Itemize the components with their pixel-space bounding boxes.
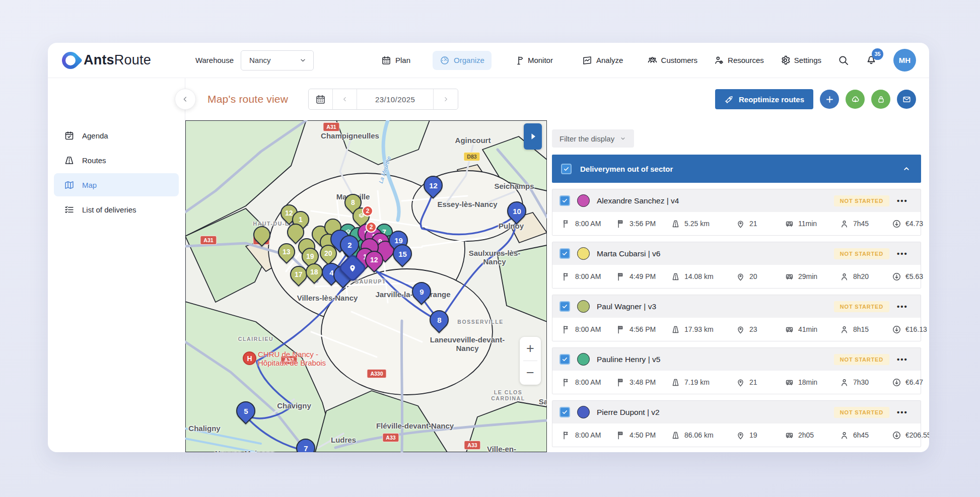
- cost-icon: [892, 431, 901, 440]
- status-badge: NOT STARTED: [834, 407, 889, 418]
- route-color-dot: [577, 353, 590, 366]
- calendar-button[interactable]: [309, 89, 333, 109]
- deliveryman-row-header: Pauline Henry | v5NOT STARTED•••: [552, 348, 921, 371]
- route-map[interactable]: ChampigneullesAgincourtSeichampsEssey-lè…: [185, 120, 547, 452]
- nav-link-resources[interactable]: Resources: [714, 55, 764, 65]
- app-window: AntsRoute Warehouse Nancy PlanOrganizeMo…: [48, 43, 929, 452]
- route-stat: €5.63: [892, 272, 923, 281]
- nav-link-settings[interactable]: Settings: [780, 55, 821, 65]
- rocket-icon: [724, 95, 734, 104]
- filter-display-dropdown[interactable]: Filter the display: [552, 129, 634, 148]
- next-day-button[interactable]: [434, 89, 458, 109]
- collapse-group-button[interactable]: [902, 164, 911, 173]
- tab-monitor[interactable]: Monitor: [507, 51, 560, 70]
- route-stat: 8:00 AM: [562, 431, 616, 440]
- notifications-bell[interactable]: 35: [865, 53, 877, 67]
- chevron-right-icon: [442, 96, 449, 103]
- row-menu-button[interactable]: •••: [889, 196, 916, 205]
- route-stat: 41min: [785, 325, 839, 334]
- zoom-out-button[interactable]: −: [520, 361, 541, 385]
- start-flag-icon: [562, 431, 571, 440]
- search-icon[interactable]: [837, 54, 849, 66]
- list-icon: [64, 204, 75, 215]
- previous-day-button[interactable]: [333, 89, 357, 109]
- route-stat: 8:00 AM: [562, 219, 616, 229]
- row-menu-button[interactable]: •••: [889, 355, 916, 364]
- route-stat: 8:00 AM: [562, 378, 616, 387]
- start-flag-icon: [562, 378, 571, 387]
- cost-icon: [892, 325, 901, 334]
- export-button[interactable]: [846, 90, 865, 109]
- tab-analyze[interactable]: Analyze: [575, 51, 630, 70]
- route-stat: 7.19 km: [671, 378, 736, 387]
- row-checkbox[interactable]: [559, 248, 570, 259]
- add-button[interactable]: [820, 90, 839, 109]
- row-checkbox[interactable]: [559, 301, 570, 312]
- route-color-dot: [577, 194, 590, 207]
- deliverymen-group-header[interactable]: Deliverymen out of sector: [552, 155, 921, 183]
- nav-right: CustomersResourcesSettings35MH: [647, 49, 916, 72]
- route-stat: €6.47: [892, 378, 923, 387]
- expand-panel-button[interactable]: [524, 123, 542, 150]
- zoom-in-button[interactable]: +: [520, 337, 541, 361]
- tab-organize[interactable]: Organize: [433, 51, 492, 70]
- deliveryman-name: Pauline Henry | v5: [597, 355, 660, 364]
- route-stat: 86.06 km: [671, 431, 736, 440]
- cloud-download-icon: [851, 95, 860, 104]
- check-icon: [563, 166, 570, 172]
- deliveryman-card: Paul Wagner | v3NOT STARTED•••8:00 AM4:5…: [552, 295, 921, 341]
- finish-flag-icon: [616, 431, 625, 440]
- collapse-sidebar-button[interactable]: [175, 89, 196, 110]
- route-stat: 6h45: [839, 431, 892, 440]
- route-stat: 8h20: [839, 272, 892, 281]
- drive-time-icon: [785, 325, 794, 334]
- group-checkbox[interactable]: [561, 164, 572, 174]
- nav-link-customers[interactable]: Customers: [647, 55, 698, 65]
- lock-button[interactable]: [871, 90, 890, 109]
- stops-icon: [736, 219, 745, 229]
- sidebar-item-agenda[interactable]: Agenda: [54, 124, 179, 147]
- chevron-down-icon: [299, 56, 307, 64]
- route-stats-row: 8:00 AM3:56 PM5.25 km2111min7h45€4.73: [552, 212, 921, 235]
- distance-icon: [671, 431, 680, 440]
- sidebar-item-routes[interactable]: Routes: [54, 149, 179, 172]
- row-menu-button[interactable]: •••: [889, 249, 916, 258]
- row-menu-button[interactable]: •••: [889, 408, 916, 416]
- stops-icon: [736, 431, 745, 440]
- chart-icon: [582, 55, 592, 65]
- notification-count-badge: 35: [872, 48, 883, 60]
- main-tabs: PlanOrganizeMonitorAnalyze: [374, 51, 630, 70]
- signpost-icon: [514, 55, 524, 65]
- row-checkbox[interactable]: [559, 195, 570, 206]
- row-checkbox[interactable]: [559, 354, 570, 365]
- route-stat: 4:56 PM: [616, 325, 671, 334]
- deliveryman-row-header: Marta Cubarsi | v6NOT STARTED•••: [552, 242, 921, 265]
- deliveryman-row-header: Paul Wagner | v3NOT STARTED•••: [552, 295, 921, 318]
- finish-flag-icon: [616, 219, 625, 229]
- sidebar-item-map[interactable]: Map: [54, 173, 179, 196]
- status-badge: NOT STARTED: [834, 354, 889, 365]
- drive-time-icon: [785, 378, 794, 387]
- deliveryman-card: Marta Cubarsi | v6NOT STARTED•••8:00 AM4…: [552, 242, 921, 289]
- deliveryman-name: Alexandre Sanchez | v4: [597, 196, 679, 205]
- reoptimize-routes-button[interactable]: Reoptimize routes: [715, 89, 813, 109]
- stops-icon: [736, 272, 745, 281]
- current-date: 23/10/2025: [357, 89, 434, 109]
- user-avatar[interactable]: MH: [893, 49, 916, 72]
- routes-panel: Filter the display Deliverymen out of se…: [547, 120, 929, 452]
- work-time-icon: [839, 272, 849, 281]
- route-stat: 8h15: [839, 325, 892, 334]
- route-stats-row: 8:00 AM4:49 PM14.08 km2029min8h20€5.63: [552, 265, 921, 288]
- map-base: [185, 120, 547, 452]
- row-checkbox[interactable]: [559, 407, 570, 417]
- route-color-dot: [577, 300, 590, 313]
- cost-icon: [892, 378, 901, 387]
- gear-icon: [780, 55, 791, 65]
- row-menu-button[interactable]: •••: [889, 302, 916, 311]
- distance-icon: [671, 378, 680, 387]
- sidebar-item-list-of-deliveries[interactable]: List of deliveries: [54, 198, 179, 221]
- route-stat: 4:50 PM: [616, 431, 671, 440]
- warehouse-select[interactable]: Nancy: [241, 50, 314, 70]
- tab-plan[interactable]: Plan: [374, 51, 417, 70]
- send-mail-button[interactable]: [897, 90, 916, 109]
